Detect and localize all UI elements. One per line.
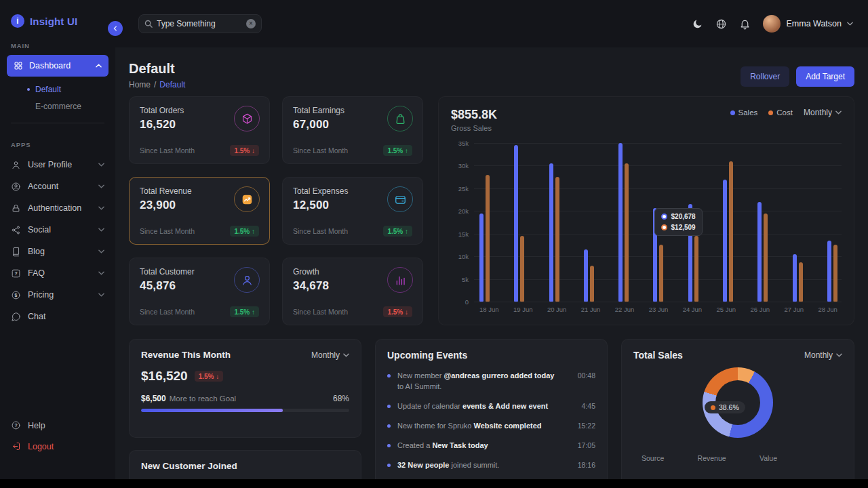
bar-chart-icon xyxy=(387,267,413,293)
cost-bar xyxy=(625,163,629,302)
x-tick-label: 26 Jun xyxy=(751,306,770,313)
y-tick-label: 15k xyxy=(458,230,469,237)
cost-bar xyxy=(520,236,524,302)
gross-sales-chart-card: $855.8K Gross Sales Sales Cost xyxy=(438,96,854,325)
grid-icon xyxy=(14,61,23,70)
sidebar-divider xyxy=(11,123,104,123)
sales-bar xyxy=(827,241,831,302)
revenue-period-dropdown[interactable]: Monthly xyxy=(311,350,349,360)
y-tick-label: 20k xyxy=(458,207,469,215)
chevron-down-icon xyxy=(343,353,349,357)
chart-period-dropdown[interactable]: Monthly xyxy=(804,108,842,117)
sidebar-item-dashboard[interactable]: Dashboard xyxy=(7,55,108,77)
notifications-button[interactable] xyxy=(739,18,751,30)
breadcrumb-home[interactable]: Home xyxy=(129,80,151,89)
language-button[interactable] xyxy=(715,18,727,30)
y-tick-label: 30k xyxy=(458,162,469,169)
clear-search-icon[interactable]: × xyxy=(246,19,256,28)
event-item[interactable]: New member @andreas gurrero added today … xyxy=(387,371,595,392)
user-icon xyxy=(11,160,21,170)
bullet-icon xyxy=(27,88,30,91)
tooltip-sales-value: $20,678 xyxy=(671,213,696,220)
user-name: Emma Watson xyxy=(786,19,842,28)
subitem-label: E-commerce xyxy=(35,102,81,111)
question-icon: ? xyxy=(11,268,21,279)
total-orders-card: Total Orders 16,520 Since Last Month 1.5… xyxy=(129,96,270,164)
chevron-left-icon xyxy=(113,25,118,32)
event-text: New theme for Spruko Website completed xyxy=(397,421,542,432)
sidebar-subitem-ecommerce[interactable]: E-commerce xyxy=(0,98,115,115)
top-grid: Total Orders 16,520 Since Last Month 1.5… xyxy=(129,96,854,325)
cost-bar xyxy=(555,177,559,302)
main-area: × Emma Watson xyxy=(115,0,868,488)
event-time: 18:16 xyxy=(578,461,595,469)
event-item[interactable]: 32 New people joined summit. 18:16 xyxy=(387,460,595,471)
avatar xyxy=(763,15,781,33)
panel-title: Total Sales xyxy=(633,350,683,361)
sidebar-item-pricing[interactable]: $ Pricing xyxy=(0,284,115,306)
help-button[interactable]: ? Help xyxy=(0,415,115,436)
chart-tooltip: $20,678 $12,509 xyxy=(654,208,703,236)
cost-bar xyxy=(590,266,594,302)
total-revenue-card: Total Revenue 23,900 Since Last Month 1.… xyxy=(129,177,270,245)
dark-mode-toggle[interactable] xyxy=(692,18,703,30)
sidebar-section-main: MAIN xyxy=(0,42,115,49)
sidebar-item-blog[interactable]: Blog xyxy=(0,241,115,262)
bottom-grid: Revenue This Month Monthly $16,520 1.5% … xyxy=(129,339,854,488)
event-text: Created a New Task today xyxy=(397,441,488,451)
x-tick-label: 23 Jun xyxy=(649,306,669,313)
app-item-label: Account xyxy=(28,182,58,191)
sidebar-item-account[interactable]: Account xyxy=(0,176,115,197)
chevron-down-icon xyxy=(98,184,104,188)
bar-group xyxy=(584,143,594,302)
app-item-label: User Profile xyxy=(28,160,72,169)
search-input[interactable] xyxy=(157,19,242,28)
rollover-button[interactable]: Rollover xyxy=(741,66,789,87)
sidebar-subitem-default[interactable]: Default xyxy=(0,81,115,98)
cube-icon xyxy=(234,106,260,131)
chevron-down-icon xyxy=(835,110,842,115)
breadcrumb-current: Default xyxy=(159,80,185,89)
brand[interactable]: i Insight UI xyxy=(0,9,115,33)
delta-badge: 1.5% ↓ xyxy=(195,371,224,382)
event-item[interactable]: New theme for Spruko Website completed 1… xyxy=(387,421,595,432)
sidebar-item-authentication[interactable]: Authentication xyxy=(0,197,115,219)
gross-sales-value: $855.8K xyxy=(451,108,497,122)
add-target-button[interactable]: Add Target xyxy=(796,66,854,87)
event-item[interactable]: Created a New Task today 17:05 xyxy=(387,441,595,451)
sales-period-dropdown[interactable]: Monthly xyxy=(804,350,842,360)
x-tick-label: 18 Jun xyxy=(479,306,499,313)
donut-tooltip-value: 38.6% xyxy=(719,403,739,411)
breadcrumb: Home / Default xyxy=(129,80,185,89)
app-item-label: Pricing xyxy=(28,290,54,300)
delta-badge: 1.5% ↑ xyxy=(230,226,259,237)
app-root: i Insight UI MAIN Dashboard Default E-co… xyxy=(0,0,868,488)
sidebar-item-faq[interactable]: ? FAQ xyxy=(0,262,115,284)
user-menu[interactable]: Emma Watson xyxy=(763,15,853,33)
panel-title: Revenue This Month xyxy=(141,350,231,360)
stats-grid: Total Orders 16,520 Since Last Month 1.5… xyxy=(129,96,423,325)
sidebar-item-user-profile[interactable]: User Profile xyxy=(0,154,115,176)
legend-dot-cost xyxy=(768,110,773,115)
bag-icon xyxy=(387,106,413,131)
event-time: 00:48 xyxy=(578,371,595,380)
dollar-icon: $ xyxy=(11,290,21,300)
sales-table-headers: Source Revenue Value xyxy=(633,454,842,462)
breadcrumb-separator: / xyxy=(154,80,156,89)
app-item-label: Chat xyxy=(28,312,45,321)
sidebar-item-social[interactable]: Social xyxy=(0,219,115,241)
sidebar-item-chat[interactable]: Chat xyxy=(0,306,115,327)
delta-badge: 1.5% ↓ xyxy=(230,145,259,156)
legend-cost: Cost xyxy=(768,108,793,117)
logout-button[interactable]: Logout xyxy=(0,436,115,457)
tooltip-cost-dot xyxy=(661,224,667,230)
x-tick-label: 22 Jun xyxy=(615,306,635,313)
event-item[interactable]: Update of calendar events & Add new even… xyxy=(387,401,595,412)
legend-label: Cost xyxy=(776,108,793,117)
since-label: Since Last Month xyxy=(293,308,348,316)
sidebar-section-apps: APPS xyxy=(0,141,115,148)
search-icon xyxy=(144,20,153,28)
sidebar-collapse-button[interactable] xyxy=(106,19,125,38)
chevron-down-icon xyxy=(98,206,104,210)
page-header: Default Home / Default Rollover Add Targ… xyxy=(129,61,854,89)
